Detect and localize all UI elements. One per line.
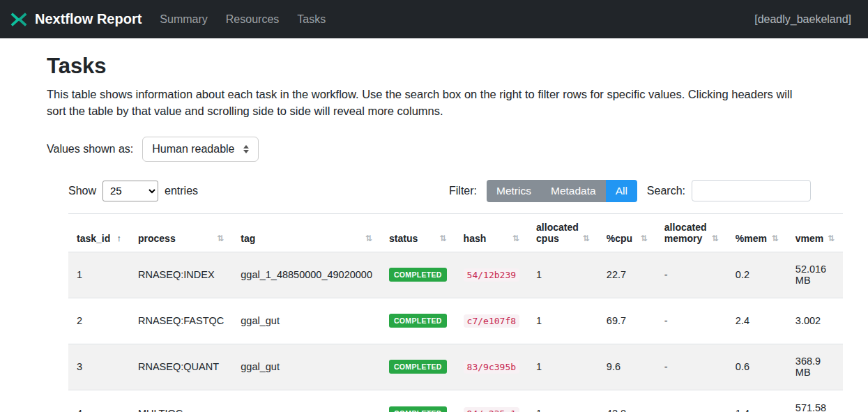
show-label: Show <box>68 185 96 197</box>
nav-link-resources[interactable]: Resources <box>226 13 279 26</box>
sort-both-icon: ⇅ <box>440 234 447 243</box>
cell-pct_mem: 0.2 <box>727 252 787 298</box>
filter-button-all[interactable]: All <box>606 180 637 202</box>
cell-status: COMPLETED <box>381 344 455 390</box>
cell-pct_mem: 2.4 <box>727 298 787 344</box>
table-row: 1RNASEQ:INDEXggal_1_48850000_49020000COM… <box>68 252 843 298</box>
column-label: task_id <box>77 233 110 244</box>
hash-code: 54/12b239 <box>464 268 519 282</box>
column-header-tag[interactable]: tag⇅ <box>232 213 381 252</box>
cell-allocated_cpus: 1 <box>528 298 598 344</box>
nextflow-logo-icon <box>10 10 28 29</box>
column-header-pct_cpu[interactable]: %cpu⇅ <box>598 213 656 252</box>
table-area: Show 25 entries Filter: MetricsMetadataA… <box>68 180 868 412</box>
cell-pct_mem: 1.4 <box>727 390 787 412</box>
column-label: allocated memory <box>664 222 708 244</box>
sort-both-icon: ⇅ <box>583 234 590 243</box>
filter-button-group: MetricsMetadataAll <box>487 180 637 202</box>
table-controls: Show 25 entries Filter: MetricsMetadataA… <box>68 180 811 202</box>
hash-code: c7/e107f8 <box>464 314 519 328</box>
cell-task_id: 2 <box>68 298 130 344</box>
hash-code: 83/9c395b <box>464 360 519 374</box>
nav-link-tasks[interactable]: Tasks <box>297 13 326 26</box>
column-label: hash <box>464 233 487 244</box>
cell-vmem: 571.58 MB <box>787 390 844 412</box>
cell-allocated_memory: - <box>656 390 727 412</box>
show-entries-group: Show 25 entries <box>68 181 198 201</box>
cell-allocated_cpus: 1 <box>528 252 598 298</box>
column-label: tag <box>241 233 255 244</box>
sort-asc-icon: ↑ <box>117 233 122 244</box>
table-header-row: task_id↑process⇅tag⇅status⇅hash⇅allocate… <box>68 213 843 252</box>
filter-button-metrics[interactable]: Metrics <box>487 180 541 202</box>
search-input[interactable] <box>692 180 811 201</box>
cell-vmem: 3.002 <box>787 298 844 344</box>
column-label: %cpu <box>607 233 632 244</box>
page-description: This table shows information about each … <box>47 86 811 120</box>
cell-task_id: 4 <box>68 390 130 412</box>
column-header-pct_mem[interactable]: %mem⇅ <box>727 213 787 252</box>
cell-vmem: 368.9 MB <box>787 344 844 390</box>
column-header-allocated_memory[interactable]: allocated memory⇅ <box>656 213 727 252</box>
navbar: Nextflow Report SummaryResourcesTasks [d… <box>0 0 868 38</box>
nav-link-summary[interactable]: Summary <box>160 13 207 26</box>
tasks-table: task_id↑process⇅tag⇅status⇅hash⇅allocate… <box>68 213 843 412</box>
brand-title: Nextflow Report <box>35 11 142 27</box>
filter-label: Filter: <box>449 185 477 197</box>
column-header-process[interactable]: process⇅ <box>130 213 232 252</box>
cell-status: COMPLETED <box>381 252 455 298</box>
cell-process: RNASEQ:INDEX <box>130 252 232 298</box>
entries-label: entries <box>165 185 198 197</box>
cell-pct_cpu: 9.6 <box>598 344 656 390</box>
search-label: Search: <box>647 185 685 197</box>
cell-hash: 83/9c395b <box>455 344 528 390</box>
cell-hash: c7/e107f8 <box>455 298 528 344</box>
hash-code: 94/c235e1 <box>464 407 519 412</box>
table-row: 3RNASEQ:QUANTggal_gutCOMPLETED83/9c395b1… <box>68 344 843 390</box>
updown-caret-icon <box>243 145 249 153</box>
cell-hash: 54/12b239 <box>455 252 528 298</box>
cell-status: COMPLETED <box>381 390 455 412</box>
column-label: status <box>389 233 418 244</box>
cell-allocated_cpus: 1 <box>528 390 598 412</box>
cell-tag: ggal_gut <box>232 298 381 344</box>
sort-both-icon: ⇅ <box>512 234 519 243</box>
cell-tag: ggal_gut <box>232 344 381 390</box>
cell-process: RNASEQ:FASTQC <box>130 298 232 344</box>
brand[interactable]: Nextflow Report <box>10 10 142 29</box>
values-shown-row: Values shown as: Human readable <box>47 137 868 162</box>
sort-both-icon: ⇅ <box>828 234 835 243</box>
status-badge: COMPLETED <box>389 406 447 412</box>
search-group: Search: <box>647 180 811 201</box>
cell-process: MULTIQC <box>130 390 232 412</box>
cell-task_id: 3 <box>68 344 130 390</box>
sort-both-icon: ⇅ <box>772 234 779 243</box>
cell-tag: ggal_1_48850000_49020000 <box>232 252 381 298</box>
right-controls: Filter: MetricsMetadataAll Search: <box>449 180 811 202</box>
column-label: vmem <box>795 233 823 244</box>
main-content: Tasks This table shows information about… <box>0 38 868 412</box>
column-header-hash[interactable]: hash⇅ <box>455 213 528 252</box>
values-shown-select[interactable]: Human readable <box>142 137 258 162</box>
sort-both-icon: ⇅ <box>365 234 372 243</box>
sort-both-icon: ⇅ <box>217 234 224 243</box>
cell-status: COMPLETED <box>381 298 455 344</box>
show-entries-select[interactable]: 25 <box>102 181 158 201</box>
column-header-allocated_cpus[interactable]: allocated cpus⇅ <box>528 213 598 252</box>
column-header-status[interactable]: status⇅ <box>381 213 455 252</box>
column-label: %mem <box>736 233 767 244</box>
tasks-table-wrap[interactable]: task_id↑process⇅tag⇅status⇅hash⇅allocate… <box>68 213 868 412</box>
cell-task_id: 1 <box>68 252 130 298</box>
cell-allocated_memory: - <box>656 252 727 298</box>
values-shown-value: Human readable <box>152 143 234 155</box>
column-header-task_id[interactable]: task_id↑ <box>68 213 130 252</box>
table-body: 1RNASEQ:INDEXggal_1_48850000_49020000COM… <box>68 252 843 412</box>
cell-vmem: 52.016 MB <box>787 252 844 298</box>
sort-both-icon: ⇅ <box>641 234 648 243</box>
cell-pct_cpu: 69.7 <box>598 298 656 344</box>
cell-pct_cpu: 42.8 <box>598 390 656 412</box>
cell-pct_cpu: 22.7 <box>598 252 656 298</box>
column-header-vmem[interactable]: vmem⇅ <box>787 213 844 252</box>
column-label: process <box>138 233 176 244</box>
filter-button-metadata[interactable]: Metadata <box>541 180 606 202</box>
